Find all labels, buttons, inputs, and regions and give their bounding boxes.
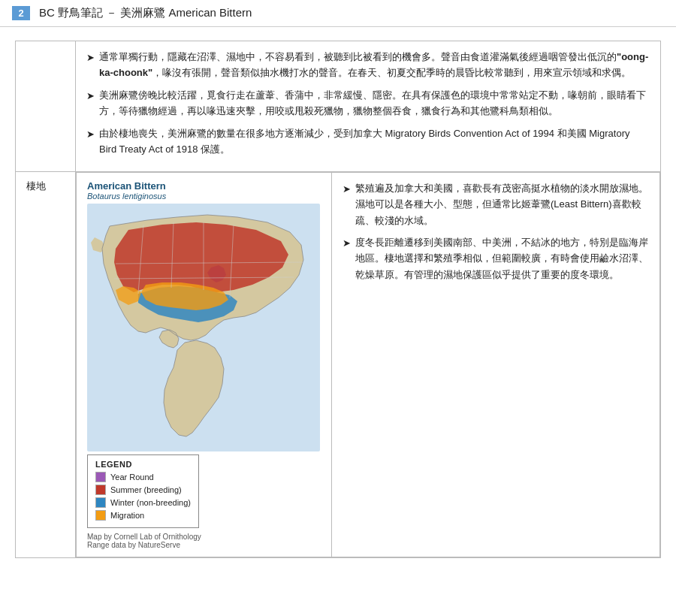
legend-item-migration: Migration — [95, 510, 191, 521]
legend-item-summer: Summer (breeding) — [95, 485, 191, 495]
habitat-text-2: 度冬長距離遷移到美國南部、中美洲，不結冰的地方，特別是臨海岸地區。棲地選擇和繁殖… — [355, 234, 649, 282]
legend-title: LEGEND — [95, 460, 191, 469]
habitat-text-cell: ➤ 繁殖遍及加拿大和美國，喜歡長有茂密高挺水植物的淡水開放濕地。濕地可以是各種大… — [332, 172, 660, 557]
bullet-arrow-2: ➤ — [86, 88, 95, 104]
page-number: 2 — [12, 6, 30, 20]
habitat-bullet-2: ➤ 度冬長距離遷移到美國南部、中美洲，不結冰的地方，特別是臨海岸地區。棲地選擇和… — [343, 234, 649, 282]
behavior-label-cell — [16, 41, 76, 172]
behavior-row: ➤ 通常單獨行動，隱藏在沼澤、濕地中，不容易看到，被聽到比被看到的機會多。聲音由… — [16, 41, 661, 172]
legend-item-winter: Winter (non-breeding) — [95, 497, 191, 508]
habitat-text-1: 繁殖遍及加拿大和美國，喜歡長有茂密高挺水植物的淡水開放濕地。濕地可以是各種大小、… — [355, 180, 649, 228]
map-credit-line1: Map by Cornell Lab of Ornithology — [87, 533, 321, 541]
bullet-3-text: 由於棲地喪失，美洲麻鷺的數量在很多地方逐漸減少，受到加拿大 Migratory … — [99, 125, 650, 158]
behavior-bullet-2: ➤ 美洲麻鷺傍晚比較活躍，覓食行走在蘆葦、香蒲中，非常緩慢、隱密。在具有保護色的… — [86, 87, 650, 119]
habitat-inner-table: American Bittern Botaurus lentiginosus — [76, 172, 660, 557]
map-subtitle: Botaurus lentiginosus — [87, 192, 321, 201]
map-title: American Bittern — [87, 180, 321, 192]
year-round-label: Year Round — [110, 473, 154, 482]
habitat-combined-cell: American Bittern Botaurus lentiginosus — [76, 171, 661, 557]
behavior-bullet-list: ➤ 通常單獨行動，隱藏在沼澤、濕地中，不容易看到，被聽到比被看到的機會多。聲音由… — [86, 49, 650, 158]
behavior-content-cell: ➤ 通常單獨行動，隱藏在沼澤、濕地中，不容易看到，被聽到比被看到的機會多。聲音由… — [76, 41, 661, 172]
range-map-svg — [87, 204, 320, 451]
bullet-1-text: 通常單獨行動，隱藏在沼澤、濕地中，不容易看到，被聽到比被看到的機會多。聲音由食道… — [99, 49, 650, 81]
legend-box: LEGEND Year Round Summer (breeding) — [87, 454, 199, 528]
habitat-row: 棲地 American Bittern Botaurus lentiginosu… — [16, 171, 661, 557]
habitat-inner-row: American Bittern Botaurus lentiginosus — [77, 172, 660, 557]
year-round-swatch — [95, 472, 106, 482]
page-title: BC 野鳥筆記 － 美洲麻鷺 American Bittern — [39, 6, 252, 20]
map-svg-container — [87, 204, 320, 451]
page-header: 2 BC 野鳥筆記 － 美洲麻鷺 American Bittern — [0, 0, 676, 27]
summer-swatch — [95, 485, 106, 495]
winter-swatch — [95, 497, 106, 508]
behavior-bullet-3: ➤ 由於棲地喪失，美洲麻鷺的數量在很多地方逐漸減少，受到加拿大 Migrator… — [86, 125, 650, 158]
behavior-bullet-1: ➤ 通常單獨行動，隱藏在沼澤、濕地中，不容易看到，被聽到比被看到的機會多。聲音由… — [86, 49, 650, 81]
summer-label: Summer (breeding) — [110, 485, 182, 494]
migration-label: Migration — [110, 511, 144, 520]
map-credit-line2: Range data by NatureServe — [87, 541, 321, 549]
main-content-table: ➤ 通常單獨行動，隱藏在沼澤、濕地中，不容易看到，被聽到比被看到的機會多。聲音由… — [15, 41, 661, 558]
migration-swatch — [95, 510, 106, 521]
legend-item-year-round: Year Round — [95, 472, 191, 482]
map-credit: Map by Cornell Lab of Ornithology Range … — [87, 533, 321, 549]
bullet-arrow-1: ➤ — [86, 50, 95, 65]
habitat-map-cell: American Bittern Botaurus lentiginosus — [77, 172, 332, 557]
bullet-arrow-3: ➤ — [86, 126, 95, 142]
habitat-arrow-1: ➤ — [343, 181, 351, 197]
habitat-label-cell: 棲地 — [16, 171, 76, 557]
bullet-2-text: 美洲麻鷺傍晚比較活躍，覓食行走在蘆葦、香蒲中，非常緩慢、隱密。在具有保護色的環境… — [99, 87, 650, 119]
winter-label: Winter (non-breeding) — [110, 498, 191, 507]
bold-sound: "oong-ka-choonk" — [99, 51, 648, 78]
habitat-bullet-1: ➤ 繁殖遍及加拿大和美國，喜歡長有茂密高挺水植物的淡水開放濕地。濕地可以是各種大… — [343, 180, 649, 228]
habitat-arrow-2: ➤ — [343, 235, 351, 251]
